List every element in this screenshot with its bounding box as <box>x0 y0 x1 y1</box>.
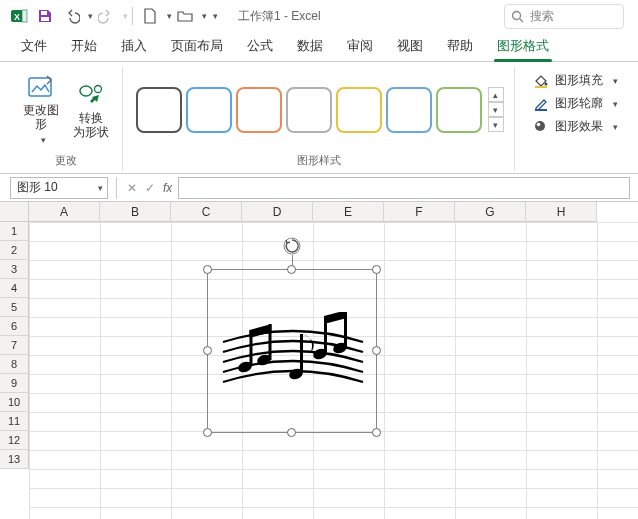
rotate-handle-icon[interactable] <box>282 236 302 256</box>
window-title: 工作簿1 - Excel <box>238 8 321 25</box>
redo-icon[interactable] <box>93 3 119 29</box>
music-notes-icon[interactable] <box>218 312 368 402</box>
row-header-1[interactable]: 1 <box>0 222 29 241</box>
row-header-10[interactable]: 10 <box>0 393 29 412</box>
tab-file[interactable]: 文件 <box>12 31 56 61</box>
qat-customize-icon[interactable]: ▾ <box>213 11 218 21</box>
col-header-G[interactable]: G <box>455 202 526 222</box>
formula-input[interactable] <box>178 177 630 199</box>
resize-handle-se[interactable] <box>372 428 381 437</box>
open-file-icon[interactable] <box>172 3 198 29</box>
tab-formula[interactable]: 公式 <box>238 31 282 61</box>
worksheet-grid: ABCDEFGH 12345678910111213 <box>0 202 638 519</box>
col-header-E[interactable]: E <box>313 202 384 222</box>
name-box-value: 图形 10 <box>17 179 58 196</box>
svg-point-13 <box>535 121 545 131</box>
col-header-C[interactable]: C <box>171 202 242 222</box>
svg-rect-11 <box>535 86 547 88</box>
style-preset-5[interactable] <box>336 87 382 133</box>
style-preset-4[interactable] <box>286 87 332 133</box>
shape-style-gallery[interactable]: ▴ ▾ ▾ <box>134 87 504 133</box>
svg-rect-21 <box>300 334 303 372</box>
resize-handle-s[interactable] <box>287 428 296 437</box>
change-graphic-button[interactable]: 更改图 形 ▾ <box>18 73 64 147</box>
svg-rect-3 <box>41 11 47 15</box>
tab-review[interactable]: 审阅 <box>338 31 382 61</box>
tab-data[interactable]: 数据 <box>288 31 332 61</box>
svg-text:X: X <box>14 12 20 22</box>
convert-shape-icon <box>76 81 106 109</box>
col-header-A[interactable]: A <box>29 202 100 222</box>
search-icon <box>511 10 524 23</box>
svg-point-9 <box>95 85 102 92</box>
row-header-2[interactable]: 2 <box>0 241 29 260</box>
col-header-F[interactable]: F <box>384 202 455 222</box>
style-preset-2[interactable] <box>186 87 232 133</box>
undo-icon[interactable] <box>58 3 84 29</box>
shape-fill-button[interactable]: 图形填充▾ <box>533 72 618 89</box>
tab-shape-format[interactable]: 图形格式 <box>488 31 558 61</box>
select-all-corner[interactable] <box>0 202 29 222</box>
shape-effects-label: 图形效果 <box>555 118 603 135</box>
gallery-up-icon[interactable]: ▴ <box>488 87 504 102</box>
convert-to-shape-button[interactable]: 转换 为形状 <box>68 73 114 147</box>
resize-handle-nw[interactable] <box>203 265 212 274</box>
gallery-more-icon[interactable]: ▾ <box>488 117 504 132</box>
row-header-9[interactable]: 9 <box>0 374 29 393</box>
style-preset-7[interactable] <box>436 87 482 133</box>
tab-help[interactable]: 帮助 <box>438 31 482 61</box>
chevron-down-icon: ▾ <box>613 122 618 132</box>
row-header-13[interactable]: 13 <box>0 450 29 469</box>
resize-handle-w[interactable] <box>203 346 212 355</box>
new-file-icon[interactable] <box>137 3 163 29</box>
col-header-D[interactable]: D <box>242 202 313 222</box>
convert-shape-label: 转换 为形状 <box>73 111 109 139</box>
shape-outline-button[interactable]: 图形轮廓▾ <box>533 95 618 112</box>
resize-handle-sw[interactable] <box>203 428 212 437</box>
open-dropdown-icon[interactable]: ▾ <box>202 11 207 21</box>
group-label-change: 更改 <box>55 151 77 171</box>
selected-shape-frame[interactable] <box>207 269 377 433</box>
resize-handle-e[interactable] <box>372 346 381 355</box>
style-preset-3[interactable] <box>236 87 282 133</box>
row-header-6[interactable]: 6 <box>0 317 29 336</box>
row-header-4[interactable]: 4 <box>0 279 29 298</box>
chevron-down-icon: ▾ <box>613 76 618 86</box>
fx-icon[interactable]: fx <box>163 181 172 195</box>
svg-point-14 <box>537 123 541 127</box>
enter-formula-icon[interactable]: ✓ <box>141 181 159 195</box>
svg-rect-4 <box>41 17 49 21</box>
row-header-11[interactable]: 11 <box>0 412 29 431</box>
row-header-3[interactable]: 3 <box>0 260 29 279</box>
style-preset-1[interactable] <box>136 87 182 133</box>
save-icon[interactable] <box>32 3 58 29</box>
search-placeholder: 搜索 <box>530 8 554 25</box>
resize-handle-ne[interactable] <box>372 265 381 274</box>
svg-point-5 <box>513 11 521 19</box>
tab-insert[interactable]: 插入 <box>112 31 156 61</box>
row-header-5[interactable]: 5 <box>0 298 29 317</box>
row-header-7[interactable]: 7 <box>0 336 29 355</box>
shape-outline-label: 图形轮廓 <box>555 95 603 112</box>
tab-layout[interactable]: 页面布局 <box>162 31 232 61</box>
effects-icon <box>533 119 549 134</box>
shape-effects-button[interactable]: 图形效果▾ <box>533 118 618 135</box>
resize-handle-n[interactable] <box>287 265 296 274</box>
col-header-B[interactable]: B <box>100 202 171 222</box>
tab-view[interactable]: 视图 <box>388 31 432 61</box>
ribbon-group-change: 更改图 形 ▾ 转换 为形状 更改 <box>10 66 123 171</box>
tab-home[interactable]: 开始 <box>62 31 106 61</box>
namebox-dropdown-icon[interactable]: ▾ <box>98 183 103 193</box>
row-header-8[interactable]: 8 <box>0 355 29 374</box>
name-box[interactable]: 图形 10 ▾ <box>10 177 108 199</box>
title-bar: X ▾ ▾ ▾ ▾ ▾ 工作簿1 - Excel 搜索 <box>0 0 638 32</box>
cancel-formula-icon[interactable]: ✕ <box>123 181 141 195</box>
svg-rect-2 <box>22 10 27 22</box>
row-header-12[interactable]: 12 <box>0 431 29 450</box>
svg-rect-12 <box>535 109 547 111</box>
excel-app-icon[interactable]: X <box>6 3 32 29</box>
search-box[interactable]: 搜索 <box>504 4 624 29</box>
style-preset-6[interactable] <box>386 87 432 133</box>
gallery-down-icon[interactable]: ▾ <box>488 102 504 117</box>
col-header-H[interactable]: H <box>526 202 597 222</box>
